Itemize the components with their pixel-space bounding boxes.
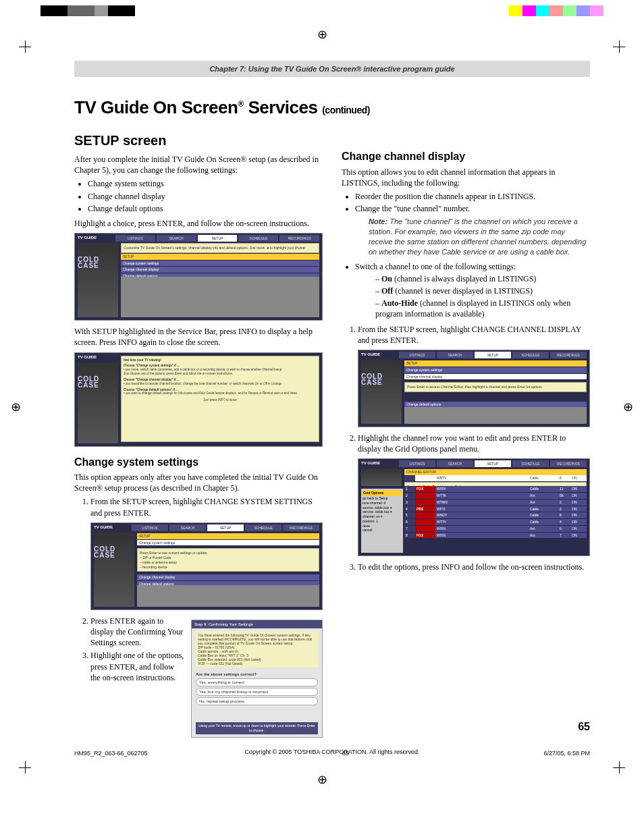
screenshot-confirming-settings: Step 9: Confirming Your Settings You hav… [191, 620, 323, 738]
tab: LISTINGS [115, 235, 155, 242]
panel-item: tune channel: 6 [363, 501, 402, 506]
show-title: COLD CASE [78, 256, 118, 269]
css-steps: From the SETUP screen, highlight CHANGE … [74, 496, 323, 518]
preview-pane: COLD CASE [94, 533, 134, 607]
list-item: Reorder the position the channels appear… [355, 191, 590, 202]
tab-active: SETUP [198, 235, 238, 242]
registration-mark-top: ⊕ [317, 27, 327, 42]
dialog-question: Are the above settings correct? [196, 672, 318, 677]
tvguide-logo: TV GUIDE [94, 524, 128, 531]
channel-row: 2WTTKAnt56ON [404, 493, 587, 499]
dialog-intro-text: You have entered the following TV Guide … [198, 633, 312, 645]
channel-row: 1FOXWXINCable11ON [404, 486, 587, 492]
footer-metadata: HM95_R2_063-66_062705 65 6/27/05, 6:58 P… [74, 750, 590, 757]
crop-mark [613, 761, 625, 774]
change-system-settings-heading: Change system settings [74, 455, 323, 470]
color-calibration-bar [41, 5, 603, 16]
page-title: TV Guide On Screen® Services (continued) [74, 97, 590, 118]
ccd-bullets: Reorder the position the channels appear… [342, 191, 590, 320]
ccd-steps-3: To edit the options, press INFO and foll… [342, 562, 590, 572]
screenshot-change-channel-display: TV GUIDE LISTINGS SEARCH SETUP SCHEDULE … [358, 350, 590, 427]
note-text: The "tune channel" is the channel on whi… [369, 217, 586, 256]
preview-pane: COLD CASE [361, 360, 402, 424]
help-body: Just choose one of the options, press En… [124, 372, 317, 376]
dash-list: On (channel is always displayed in LISTI… [355, 273, 590, 320]
list-item: Switch a channel to one of the following… [355, 261, 590, 320]
right-column: Change channel display This option allow… [342, 126, 590, 743]
note-label: Note: [369, 217, 387, 225]
list-item: Change channel display [88, 191, 323, 202]
tvguide-logo: TV GUIDE [78, 235, 111, 242]
dash-item: On (channel is always displayed in LISTI… [375, 273, 590, 284]
preview-pane: COLD CASE [78, 243, 118, 317]
screenshot-change-system-settings: TV GUIDE LISTINGS SEARCH SETUP SCHEDULE … [90, 522, 323, 610]
tvguide-logo: TV GUIDE [361, 352, 395, 358]
panel-item: done [363, 524, 402, 528]
panel-item: service: cable box ▾ [363, 510, 402, 514]
dash-item: Auto-Hide (channel is displayed in LISTI… [375, 298, 590, 319]
show-title: COLD CASE [94, 546, 134, 558]
panel-item: go back to Setup [363, 496, 402, 501]
tip-line: – cable or antenna setup [140, 560, 317, 565]
crop-mark [19, 40, 31, 53]
show-title: COLD CASE [361, 373, 402, 385]
tab: SCHEDULE [238, 235, 278, 242]
tab-active: SETUP [475, 352, 511, 358]
tab: SEARCH [437, 352, 473, 358]
step-item: From the SETUP screen, highlight CHANGE … [358, 324, 590, 346]
setup-bullet-list: Change system settings Change channel di… [74, 178, 323, 214]
grid-options-panel: Grid Options go back to Setup tune chann… [361, 489, 403, 553]
step-item: Highlight the channel row you want to ed… [358, 433, 590, 454]
setup-heading: SETUP screen [74, 132, 323, 150]
note-block: Note: The "tune channel" is the channel … [369, 217, 590, 256]
menu-row: Change system settings [404, 367, 587, 373]
list-item: Change the "tune channel" number. Note: … [355, 203, 590, 257]
step-item: From the SETUP screen, highlight CHANGE … [90, 496, 323, 518]
preview-pane [361, 468, 402, 486]
footer-filename: HM95_R2_063-66_062705 [74, 750, 148, 757]
dialog-option: Yes, everything is correct [196, 678, 318, 686]
crop-mark [613, 40, 625, 53]
empty-area [137, 585, 319, 607]
help-body: • you want to change default settings fo… [124, 391, 317, 396]
tip-title: Press Enter to see current settings or u… [140, 551, 317, 555]
menu-row-highlighted: SETUP [137, 533, 319, 539]
editor-title: CHANNEL EDITOR [404, 469, 587, 475]
bullet-text: Change the "tune channel" number. [355, 204, 470, 213]
menu-row: Change channel display [137, 574, 319, 580]
help-footer: Just press INFO to close [124, 398, 317, 402]
dialog-header: Step 9: Confirming Your Settings [192, 620, 322, 628]
panel-item: channel: on ▾ [363, 514, 402, 519]
tab: SEARCH [437, 460, 473, 467]
menu-row: Change system settings [121, 261, 319, 267]
tab: RECORDINGS [550, 460, 587, 467]
footer-timestamp: 6/27/05, 6:58 PM [543, 750, 590, 757]
left-column: SETUP screen After you complete the init… [74, 126, 323, 743]
show-title: COLD CASE [78, 376, 118, 388]
tab: SEARCH [169, 524, 206, 531]
print-marks-top: ⊕ [0, 0, 644, 40]
panel-title: Grid Options [363, 490, 402, 496]
empty-area [121, 277, 319, 317]
tab: RECORDINGS [550, 352, 587, 358]
panel-item: cancel [363, 528, 402, 533]
menu-row-highlighted: SETUP [121, 254, 319, 260]
chapter-banner: Chapter 7: Using the TV Guide On Screen®… [74, 61, 590, 77]
registration-mark-left: ⊕ [11, 400, 21, 414]
menu-row-highlighted: SETUP [404, 360, 587, 367]
dialog-intro: You have entered the following TV Guide … [196, 631, 318, 668]
setting-line: VCR — code 031 (Not Listed) [198, 661, 316, 666]
cell-num: 6 [558, 475, 570, 481]
help-title: fine tune your TV viewing! [124, 358, 317, 362]
ccd-steps: From the SETUP screen, highlight CHANGE … [342, 324, 590, 346]
dash-item: Off (channel is never displayed in LISTI… [375, 286, 590, 296]
change-channel-display-heading: Change channel display [342, 149, 590, 164]
title-services: Services [244, 97, 322, 117]
tab: SCHEDULE [512, 352, 549, 358]
channel-row: 8FOXWXINAnt7ON [404, 533, 587, 539]
tip-box: Press Enter to access Channel Editor, th… [404, 382, 587, 392]
editor-header-row: WBTV Cable 6 ON [404, 475, 587, 481]
setup-instruction: Highlight a choice, press ENTER, and fol… [74, 218, 323, 229]
dialog-option: Yes, but my channel lineup is incorrect [196, 688, 318, 696]
title-text: TV Guide On Screen [74, 97, 238, 117]
